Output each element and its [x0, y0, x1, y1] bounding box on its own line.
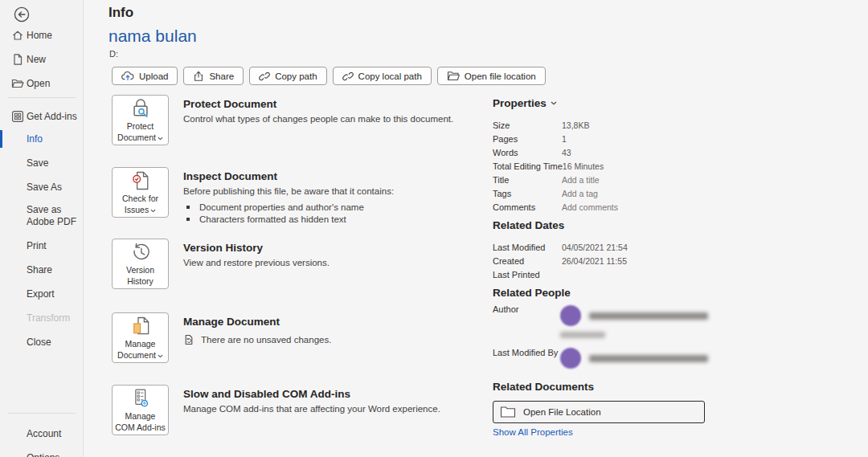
- property-label: Tags: [493, 189, 562, 198]
- inspect-document-icon: [129, 169, 152, 192]
- chevron-down-icon: [150, 209, 156, 213]
- new-document-icon: [11, 53, 24, 66]
- sidebar-item-label: Save as Adobe PDF: [27, 204, 78, 228]
- tile-label: Check forIssues: [122, 194, 158, 214]
- sidebar-item-print[interactable]: Print: [0, 237, 84, 255]
- document-sync-icon: [183, 334, 194, 345]
- properties-heading[interactable]: Properties: [493, 97, 718, 109]
- sidebar-item-label: Home: [27, 30, 78, 42]
- property-value: 43: [562, 148, 571, 157]
- share-button[interactable]: Share: [183, 67, 244, 85]
- open-file-location-related-button[interactable]: Open File Location: [493, 401, 705, 423]
- date-label: Last Modified: [493, 243, 562, 252]
- related-documents-panel: Related Documents Open File Location: [493, 381, 718, 423]
- button-label: Open File Location: [523, 407, 601, 417]
- redacted-add-author-field[interactable]: [560, 332, 605, 338]
- manage-document-icon: [129, 315, 152, 337]
- section-heading: Inspect Document: [183, 170, 489, 182]
- link-icon: [342, 71, 354, 82]
- related-documents-heading: Related Documents: [493, 381, 718, 393]
- section-description: View and restore previous versions.: [183, 257, 489, 270]
- property-value: 16 Minutes: [563, 161, 604, 171]
- sidebar-item-close[interactable]: Close: [0, 333, 84, 351]
- author-avatar: [560, 305, 581, 326]
- button-label: Copy local path: [358, 71, 422, 81]
- inspect-bullet-item: Characters formatted as hidden text: [183, 214, 489, 224]
- sidebar-item-info[interactable]: Info: [0, 130, 84, 148]
- sidebar-divider: [8, 413, 76, 414]
- open-file-location-button[interactable]: Open file location: [437, 67, 546, 85]
- manage-com-addins-tile[interactable]: ManageCOM Add-ins: [112, 385, 169, 435]
- sidebar-item-label: New: [27, 54, 78, 66]
- sidebar-item-save[interactable]: Save: [0, 154, 84, 172]
- author-label: Author: [493, 304, 518, 314]
- property-row: Total Editing Time 16 Minutes: [493, 159, 718, 173]
- sidebar-item-label: Info: [27, 133, 78, 145]
- section-heading: Slow and Disabled COM Add-ins: [183, 388, 489, 400]
- show-all-properties-link[interactable]: Show All Properties: [493, 427, 573, 437]
- section-heading: Version History: [183, 242, 489, 254]
- tile-label: ManageCOM Add-ins: [115, 411, 165, 432]
- sidebar-item-export[interactable]: Export: [0, 285, 84, 303]
- property-row: Words 43: [493, 145, 718, 159]
- folder-icon: [500, 406, 516, 418]
- document-path: D:: [109, 49, 118, 59]
- document-title: nama bulan: [108, 27, 197, 46]
- property-label: Pages: [493, 134, 562, 144]
- section-heading: Manage Document: [183, 316, 489, 328]
- section-heading: Protect Document: [183, 98, 489, 110]
- related-people-heading: Related People: [493, 287, 718, 299]
- related-dates-heading: Related Dates: [493, 219, 718, 231]
- chevron-down-icon: [551, 101, 557, 105]
- upload-button[interactable]: Upload: [112, 67, 178, 85]
- sidebar-item-save-as-adobe-pdf[interactable]: Save as Adobe PDF: [0, 207, 84, 225]
- sidebar-item-options[interactable]: Options: [0, 449, 84, 457]
- property-row: Pages 1: [493, 132, 718, 145]
- sidebar-item-label: Save As: [27, 182, 78, 194]
- cloud-upload-icon: [121, 71, 134, 81]
- sidebar-item-share[interactable]: Share: [0, 261, 84, 279]
- chevron-down-icon: [158, 137, 163, 141]
- related-people-panel: Related People Author Last Modified By: [493, 287, 718, 299]
- add-tag-field[interactable]: Add a tag: [562, 189, 598, 198]
- property-label: Size: [493, 120, 562, 130]
- lock-key-icon: [129, 97, 153, 120]
- copy-local-path-button[interactable]: Copy local path: [333, 67, 432, 85]
- redacted-last-modified-by-email: [589, 355, 708, 362]
- sidebar-item-open[interactable]: Open: [0, 75, 84, 92]
- version-history-tile[interactable]: VersionHistory: [112, 239, 169, 289]
- sidebar-item-account[interactable]: Account: [0, 425, 84, 443]
- redacted-author-email: [589, 312, 708, 320]
- manage-document-tile[interactable]: ManageDocument: [112, 312, 169, 363]
- protect-document-tile[interactable]: ProtectDocument: [112, 95, 169, 145]
- add-title-field[interactable]: Add a title: [562, 175, 600, 185]
- add-comments-field[interactable]: Add comments: [562, 202, 618, 212]
- copy-path-button[interactable]: Copy path: [249, 67, 326, 85]
- folder-icon: [447, 71, 460, 81]
- back-button[interactable]: [14, 6, 30, 22]
- author-person[interactable]: [560, 305, 708, 326]
- date-row: Last Printed: [493, 267, 718, 281]
- button-label: Open file location: [465, 71, 536, 81]
- inspect-bullet-item: Document properties and author's name: [183, 202, 489, 212]
- version-history-icon: [129, 241, 152, 263]
- home-icon: [11, 29, 24, 42]
- sidebar-item-get-add-ins[interactable]: Get Add-ins: [0, 108, 84, 125]
- share-icon: [193, 71, 204, 82]
- last-modified-by-person[interactable]: [560, 348, 708, 369]
- chevron-down-icon: [158, 354, 163, 358]
- sidebar-item-home[interactable]: Home: [0, 27, 84, 44]
- date-value: 04/05/2021 21:54: [562, 243, 628, 252]
- property-row: Tags Add a tag: [493, 186, 718, 200]
- property-row: Comments Add comments: [493, 200, 718, 214]
- sidebar-item-new[interactable]: New: [0, 51, 84, 68]
- property-row: Title Add a title: [493, 173, 718, 186]
- date-value: 26/04/2021 11:55: [562, 256, 627, 266]
- date-label: Created: [493, 256, 562, 266]
- check-for-issues-tile[interactable]: Check forIssues: [112, 167, 169, 218]
- section-description: Before publishing this file, be aware th…: [183, 186, 489, 198]
- property-value: 1: [562, 134, 567, 144]
- sidebar-item-save-as[interactable]: Save As: [0, 178, 84, 196]
- sidebar-item-label: Transform: [27, 312, 78, 324]
- property-label: Words: [493, 148, 562, 157]
